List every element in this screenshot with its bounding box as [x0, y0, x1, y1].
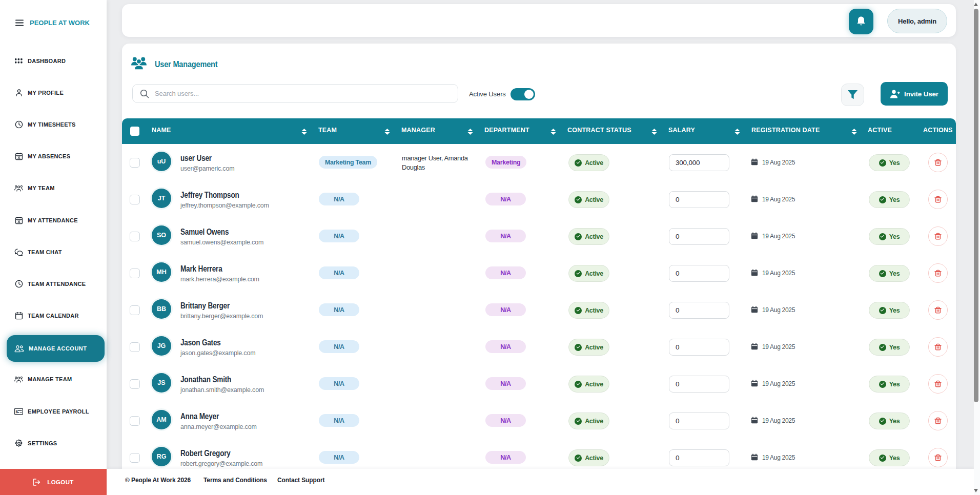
svg-text:$: $ — [16, 409, 18, 414]
